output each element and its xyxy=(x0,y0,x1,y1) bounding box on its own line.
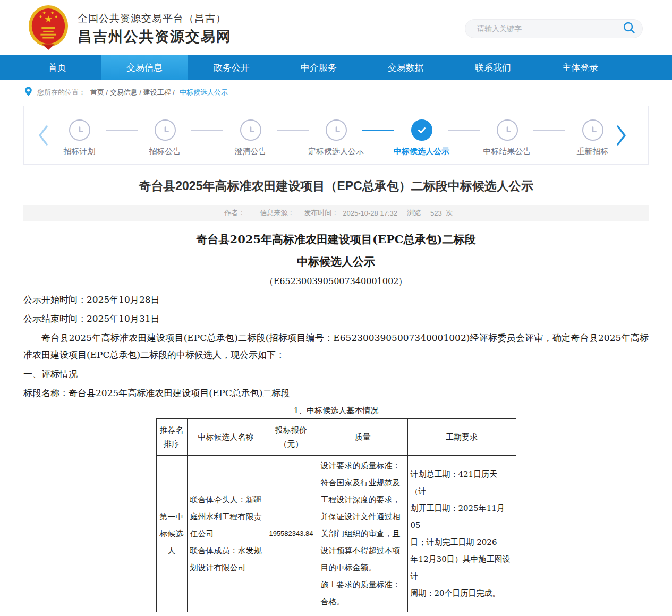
clock-icon xyxy=(582,119,603,141)
step-award-candidate[interactable]: 定标候选人公示 xyxy=(293,119,379,157)
section-1-heading: 一、评标情况 xyxy=(23,364,649,383)
doc-project-code: （E6523003905007340001002） xyxy=(23,273,649,290)
logo-area: ★ ★ ★ ★ ★ 全国公共资源交易平台（昌吉） 昌吉州公共资源交易网 xyxy=(28,5,232,53)
nav-item-gov-open[interactable]: 政务公开 xyxy=(188,55,275,80)
meta-views-count: 523 xyxy=(430,209,442,217)
step-bid-plan[interactable]: 招标计划 xyxy=(37,119,122,157)
publicity-start-time: 公示开始时间：2025年10月28日 xyxy=(23,290,649,309)
col-header-price: 投标报价 （元） xyxy=(265,419,318,456)
table-header-row: 推荐名 排序 中标候选人名称 投标报价 （元） 质量 工期要求 xyxy=(156,419,516,456)
step-label: 招标公告 xyxy=(149,147,181,157)
step-connector xyxy=(448,130,480,131)
step-label: 定标候选人公示 xyxy=(308,147,364,157)
clock-icon xyxy=(69,119,90,141)
breadcrumb-path[interactable]: 首页 / 交易信息 / 建设工程 / xyxy=(90,88,175,97)
cell-quality: 设计要求的质量标准： 符合国家及行业规范及 工程设计深度的要求， 并保证设计文件… xyxy=(318,456,407,612)
search-icon[interactable] xyxy=(622,21,636,37)
cell-duration: 计划总工期：421日历天（计 划开工日期：2025年11月05 日；计划完工日期… xyxy=(407,456,516,612)
publicity-end-time: 公示结束时间：2025年10月31日 xyxy=(23,309,649,328)
check-icon xyxy=(411,119,432,141)
step-rebid[interactable]: 重新招标 xyxy=(550,119,635,157)
step-connector-active xyxy=(362,130,394,131)
step-bid-announcement[interactable]: 招标公告 xyxy=(122,119,208,157)
meta-views-unit: 次 xyxy=(446,208,453,218)
step-clarification[interactable]: 澄清公告 xyxy=(208,119,293,157)
svg-text:★: ★ xyxy=(44,14,53,24)
step-label: 澄清公告 xyxy=(235,147,267,157)
step-label: 招标计划 xyxy=(64,147,96,157)
process-stepper-panel: 招标计划 招标公告 澄清公告 定标候选人公示 中标候选人公示 xyxy=(23,106,649,165)
national-emblem-icon: ★ ★ ★ ★ ★ xyxy=(28,5,69,53)
clock-icon xyxy=(240,119,261,141)
clock-icon xyxy=(326,119,347,141)
cell-candidate-name: 联合体牵头人：新疆 庭州水利工程有限责 任公司 联合体成员：水发规 划设计有限公… xyxy=(187,456,265,612)
step-result-announcement[interactable]: 中标结果公告 xyxy=(464,119,550,157)
svg-text:★: ★ xyxy=(39,14,42,19)
meta-views-label: 浏览 xyxy=(407,208,421,218)
search-input[interactable] xyxy=(476,24,622,33)
page-title: 奇台县2025年高标准农田建设项目（EPC总承包）二标段中标候选人公示 xyxy=(0,178,672,194)
svg-text:★: ★ xyxy=(54,14,58,19)
platform-title: 全国公共资源交易平台（昌吉） xyxy=(78,12,232,25)
step-connector xyxy=(277,130,309,131)
clock-icon xyxy=(497,119,518,141)
step-connector xyxy=(533,130,565,131)
meta-author-label: 作者： xyxy=(224,208,245,218)
col-header-quality: 质量 xyxy=(318,419,407,456)
meta-publish-label: 发布时间： xyxy=(304,208,338,218)
nav-item-trade-data[interactable]: 交易数据 xyxy=(362,55,449,80)
search-box xyxy=(465,19,643,38)
site-header: ★ ★ ★ ★ ★ 全国公共资源交易平台（昌吉） 昌吉州公共资源交易网 xyxy=(0,0,672,55)
col-header-name: 中标候选人名称 xyxy=(187,419,265,456)
nav-item-contact[interactable]: 联系我们 xyxy=(449,55,537,80)
nav-item-login[interactable]: 主体登录 xyxy=(537,55,624,80)
article: 奇台县2025年高标准农田建设项目（EPC总承包）二标段中标候选人公示 作者： … xyxy=(0,178,672,612)
meta-publish-time: 2025-10-28 17:32 xyxy=(343,209,397,217)
svg-text:★: ★ xyxy=(42,11,46,15)
section-name-line: 标段名称：奇台县2025年高标准农田建设项目(EPC总承包)二标段 xyxy=(23,383,649,403)
col-header-rank: 推荐名 排序 xyxy=(156,419,187,456)
breadcrumb-label: 您所在的位置： xyxy=(37,88,86,97)
stepper-steps: 招标计划 招标公告 澄清公告 定标候选人公示 中标候选人公示 xyxy=(37,119,635,157)
table-caption: 1、中标候选人基本情况 xyxy=(23,403,649,418)
step-label: 重新招标 xyxy=(577,147,609,157)
document-body: 奇台县2025年高标准农田建设项目(EPC总承包)二标段 中标候选人公示 （E6… xyxy=(23,221,649,612)
meta-source-label: 信息来源： xyxy=(260,208,294,218)
step-label: 中标候选人公示 xyxy=(394,147,449,157)
site-title: 昌吉州公共资源交易网 xyxy=(78,27,232,46)
cell-bid-price: 195582343.84 xyxy=(265,456,318,612)
col-header-duration: 工期要求 xyxy=(407,419,516,456)
article-meta-bar: 作者： 信息来源： 发布时间： 2025-10-28 17:32 浏览 523 … xyxy=(23,205,649,221)
step-label: 中标结果公告 xyxy=(483,147,531,157)
table-row: 第一中 标候选 人 联合体牵头人：新疆 庭州水利工程有限责 任公司 联合体成员：… xyxy=(156,456,516,612)
breadcrumb-current: 中标候选人公示 xyxy=(180,88,228,97)
nav-item-agency-service[interactable]: 中介服务 xyxy=(275,55,362,80)
step-connector xyxy=(106,130,138,131)
doc-heading-line1: 奇台县2025年高标准农田建设项目(EPC总承包)二标段 xyxy=(23,228,649,251)
main-nav: 首页 交易信息 政务公开 中介服务 交易数据 联系我们 主体登录 xyxy=(0,55,672,80)
nav-item-home[interactable]: 首页 xyxy=(14,55,101,80)
candidates-table: 推荐名 排序 中标候选人名称 投标报价 （元） 质量 工期要求 第一中 标候选 … xyxy=(156,418,516,612)
nav-item-trade-info[interactable]: 交易信息 xyxy=(101,55,188,80)
doc-paragraph: 奇台县2025年高标准农田建设项目(EPC总承包)二标段(招标项目编号：E652… xyxy=(23,329,649,363)
clock-icon xyxy=(155,119,176,141)
doc-heading-line2: 中标候选人公示 xyxy=(23,251,649,273)
breadcrumb: 您所在的位置： 首页 / 交易信息 / 建设工程 / 中标候选人公示 xyxy=(0,80,672,104)
cell-rank: 第一中 标候选 人 xyxy=(156,456,187,612)
location-pin-icon xyxy=(24,87,32,98)
step-winning-candidate-publicity[interactable]: 中标候选人公示 xyxy=(379,119,464,157)
step-connector xyxy=(191,130,223,131)
